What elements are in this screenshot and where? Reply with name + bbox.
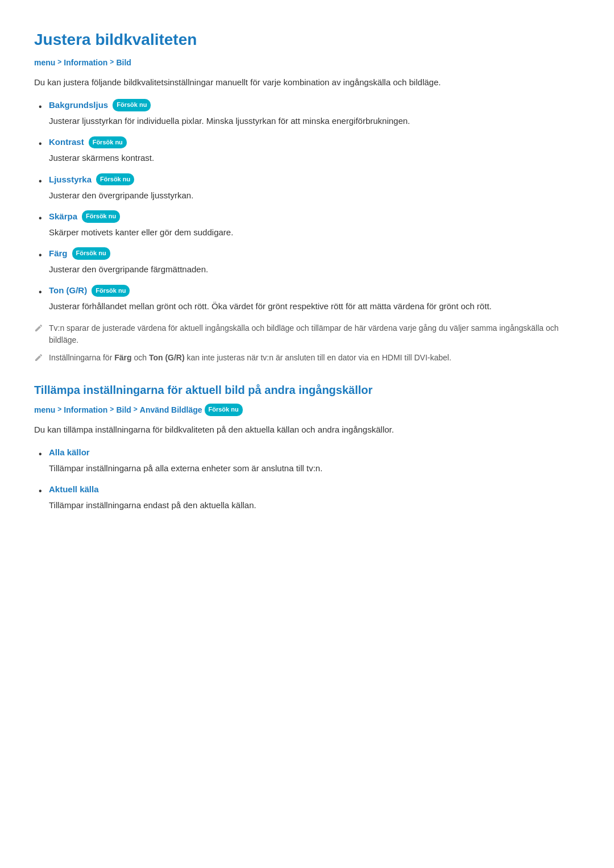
feature-badge-2: Försök nu bbox=[96, 173, 134, 186]
feature-item-2: Ljusstyrka Försök nu Justerar den övergr… bbox=[39, 173, 580, 202]
breadcrumb2-bild: Bild bbox=[116, 404, 131, 416]
feature-badge-3: Försök nu bbox=[82, 210, 120, 223]
feature-desc-4: Justerar den övergripande färgmättnaden. bbox=[49, 263, 580, 276]
intro-text: Du kan justera följande bildkvalitetsins… bbox=[34, 76, 580, 89]
feature-title-row-1: Kontrast Försök nu bbox=[49, 135, 580, 149]
feature-name-4: Färg bbox=[49, 247, 68, 260]
section2-title: Tillämpa inställningarna för aktuell bil… bbox=[34, 381, 580, 399]
breadcrumb2-anvand: Använd Bildläge bbox=[140, 404, 202, 416]
note-text-1: Inställningarna för Färg och Ton (G/R) k… bbox=[49, 352, 451, 364]
page-title: Justera bildkvaliteten bbox=[34, 27, 580, 53]
breadcrumb-2: menu > Information > Bild > Använd Bildl… bbox=[34, 404, 580, 416]
feature-desc-1: Justerar skärmens kontrast. bbox=[49, 151, 580, 164]
breadcrumb-menu: menu bbox=[34, 56, 55, 69]
feature-badge-0: Försök nu bbox=[113, 99, 151, 111]
feature-name-2: Ljusstyrka bbox=[49, 173, 92, 186]
feature-list: Bakgrundsljus Försök nu Justerar ljussty… bbox=[39, 98, 580, 313]
section2-desc-0: Tillämpar inställningarna på alla extern… bbox=[49, 462, 580, 475]
feature-name-1: Kontrast bbox=[49, 135, 84, 149]
breadcrumb2-information: Information bbox=[64, 404, 107, 416]
note-item-1: Inställningarna för Färg och Ton (G/R) k… bbox=[34, 352, 580, 364]
note-item-0: Tv:n sparar de justerade värdena för akt… bbox=[34, 322, 580, 346]
feature-badge-1: Försök nu bbox=[89, 136, 127, 149]
feature-badge-5: Försök nu bbox=[92, 285, 130, 297]
section2-title-row-1: Aktuell källa bbox=[49, 483, 580, 496]
note-text-0: Tv:n sparar de justerade värdena för akt… bbox=[49, 322, 580, 346]
breadcrumb2-sep2: > bbox=[110, 404, 114, 415]
breadcrumb-1: menu > Information > Bild bbox=[34, 56, 580, 69]
breadcrumb2-sep3: > bbox=[134, 404, 138, 415]
feature-desc-2: Justerar den övergripande ljusstyrkan. bbox=[49, 189, 580, 202]
section2-title-row-0: Alla källor bbox=[49, 446, 580, 459]
breadcrumb2-sep1: > bbox=[57, 404, 61, 415]
section2-intro: Du kan tillämpa inställningarna för bild… bbox=[34, 423, 580, 437]
section2-item-0: Alla källor Tillämpar inställningarna på… bbox=[39, 446, 580, 475]
note-bold-ton: Ton (G/R) bbox=[149, 353, 185, 362]
feature-title-row-5: Ton (G/R) Försök nu bbox=[49, 284, 580, 297]
note-bold-farg: Färg bbox=[114, 353, 131, 362]
pencil-icon bbox=[34, 323, 43, 333]
section2-name-0: Alla källor bbox=[49, 446, 90, 459]
feature-item-1: Kontrast Försök nu Justerar skärmens kon… bbox=[39, 135, 580, 164]
feature-name-0: Bakgrundsljus bbox=[49, 98, 108, 112]
feature-name-5: Ton (G/R) bbox=[49, 284, 87, 297]
feature-desc-5: Justerar förhållandet mellan grönt och r… bbox=[49, 300, 580, 313]
breadcrumb2-badge: Försök nu bbox=[205, 404, 243, 416]
section2-name-1: Aktuell källa bbox=[49, 483, 99, 496]
pencil-icon bbox=[34, 353, 43, 362]
feature-item-4: Färg Försök nu Justerar den övergripande… bbox=[39, 247, 580, 276]
breadcrumb-bild: Bild bbox=[116, 56, 131, 69]
feature-title-row-2: Ljusstyrka Försök nu bbox=[49, 173, 580, 186]
note-list: Tv:n sparar de justerade värdena för akt… bbox=[34, 322, 580, 364]
feature-desc-0: Justerar ljusstyrkan för individuella pi… bbox=[49, 114, 580, 127]
section2-feature-list: Alla källor Tillämpar inställningarna på… bbox=[39, 446, 580, 512]
feature-item-3: Skärpa Försök nu Skärper motivets kanter… bbox=[39, 210, 580, 239]
section2-item-1: Aktuell källa Tillämpar inställningarna … bbox=[39, 483, 580, 512]
breadcrumb-information: Information bbox=[64, 56, 107, 69]
section2-desc-1: Tillämpar inställningarna endast på den … bbox=[49, 499, 580, 512]
feature-title-row-3: Skärpa Försök nu bbox=[49, 210, 580, 223]
breadcrumb-sep-1: > bbox=[57, 57, 61, 68]
feature-title-row-4: Färg Försök nu bbox=[49, 247, 580, 260]
feature-desc-3: Skärper motivets kanter eller gör dem su… bbox=[49, 226, 580, 239]
feature-name-3: Skärpa bbox=[49, 210, 77, 223]
breadcrumb2-menu: menu bbox=[34, 404, 55, 416]
breadcrumb-sep-2: > bbox=[110, 57, 114, 68]
section-2: Tillämpa inställningarna för aktuell bil… bbox=[34, 381, 580, 512]
feature-item-0: Bakgrundsljus Försök nu Justerar ljussty… bbox=[39, 98, 580, 127]
feature-badge-4: Försök nu bbox=[72, 247, 110, 260]
feature-title-row-0: Bakgrundsljus Försök nu bbox=[49, 98, 580, 112]
feature-item-5: Ton (G/R) Försök nu Justerar förhållande… bbox=[39, 284, 580, 313]
